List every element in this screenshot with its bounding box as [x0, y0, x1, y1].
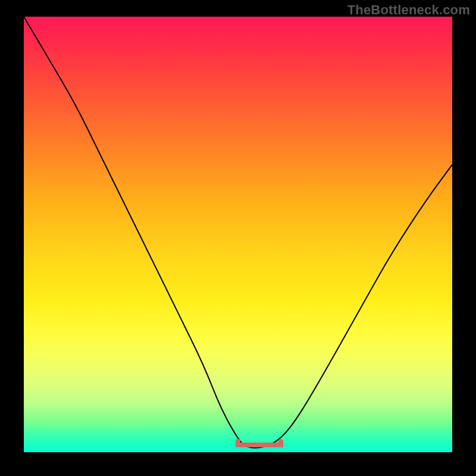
- curve-layer: [24, 17, 452, 452]
- chart-frame: TheBottleneck.com: [0, 0, 476, 476]
- watermark-text: TheBottleneck.com: [347, 2, 470, 18]
- plot-area: [24, 17, 452, 452]
- bottleneck-curve: [24, 17, 452, 448]
